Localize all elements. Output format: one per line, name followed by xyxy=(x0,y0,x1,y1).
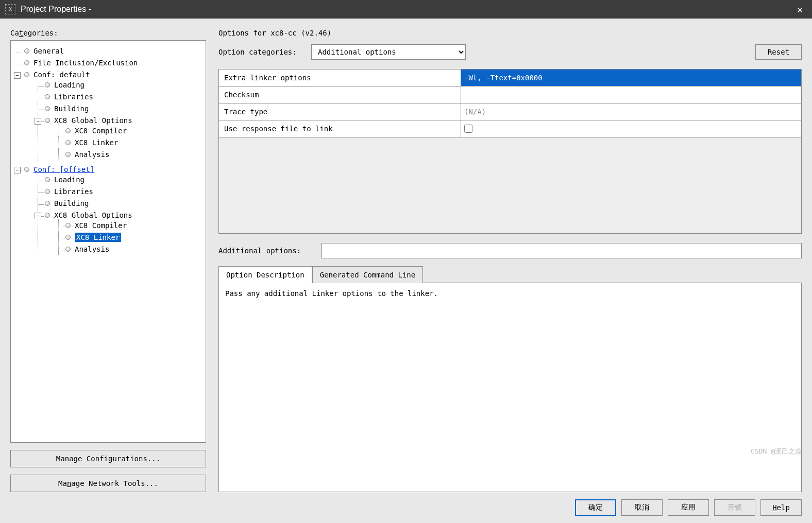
tree-item-libraries[interactable]: Libraries xyxy=(35,91,202,102)
options-table: Extra linker options Checksum Trace type… xyxy=(218,69,802,234)
tree-item-building-offset[interactable]: Building xyxy=(35,197,202,209)
dialog-footer: 确定 取消 应用 开锁 Help xyxy=(10,492,802,518)
tree-item-xc8-compiler[interactable]: XC8 Compiler xyxy=(55,125,202,136)
reset-button[interactable]: Reset xyxy=(755,44,802,60)
option-categories-label: Option categories: xyxy=(218,48,311,56)
option-categories-select[interactable]: Additional options xyxy=(311,44,466,60)
tree-item-conf-offset[interactable]: −Conf: [offset] Loading Libraries Buildi… xyxy=(14,163,202,258)
cancel-button[interactable]: 取消 xyxy=(621,499,663,516)
tree-item-loading[interactable]: Loading xyxy=(35,79,202,91)
collapse-icon[interactable]: − xyxy=(35,213,41,219)
tree-item-file-inclusion[interactable]: File Inclusion/Exclusion xyxy=(14,57,202,68)
tab-option-description[interactable]: Option Description xyxy=(218,266,312,283)
row-use-response-file[interactable]: Use response file to link xyxy=(219,120,801,137)
checksum-input[interactable] xyxy=(464,91,798,99)
tree-item-conf-default[interactable]: −Conf: default Loading Libraries Buildin… xyxy=(14,68,202,163)
row-extra-linker-options[interactable]: Extra linker options xyxy=(219,69,801,86)
use-response-file-checkbox[interactable] xyxy=(464,125,472,133)
unlock-button: 开锁 xyxy=(714,499,755,516)
tree-item-xc8-linker[interactable]: XC8 Linker xyxy=(55,136,202,148)
tree-item-loading-offset[interactable]: Loading xyxy=(35,173,202,185)
categories-label: Categories: xyxy=(10,29,206,37)
trace-type-value: (N/A) xyxy=(461,103,801,120)
tree-item-xc8-global[interactable]: −XC8 Global Options XC8 Compiler XC8 Lin… xyxy=(35,114,202,162)
additional-options-input[interactable] xyxy=(322,243,802,258)
collapse-icon[interactable]: − xyxy=(14,72,21,79)
row-trace-type[interactable]: Trace type (N/A) xyxy=(219,103,801,120)
ok-button[interactable]: 确定 xyxy=(575,499,616,516)
description-text: Pass any additional Linker options to th… xyxy=(218,283,802,492)
tree-item-analysis[interactable]: Analysis xyxy=(55,148,202,160)
tree-item-xc8-compiler-offset[interactable]: XC8 Compiler xyxy=(55,219,202,231)
help-button[interactable]: Help xyxy=(760,499,802,516)
tab-generated-command-line[interactable]: Generated Command Line xyxy=(312,266,423,283)
tree-item-building[interactable]: Building xyxy=(35,102,202,114)
options-title: Options for xc8-cc (v2.46) xyxy=(218,29,802,37)
collapse-icon[interactable]: − xyxy=(35,118,41,125)
tree-item-xc8-linker-offset-selected[interactable]: XC8 Linker xyxy=(55,231,202,243)
window-title: Project Properties - xyxy=(21,5,793,14)
apply-button[interactable]: 应用 xyxy=(668,499,709,516)
close-icon[interactable]: ✕ xyxy=(793,4,807,15)
collapse-icon[interactable]: − xyxy=(14,167,21,173)
titlebar: X Project Properties - ✕ xyxy=(0,0,812,19)
tree-item-analysis-offset[interactable]: Analysis xyxy=(55,243,202,255)
tree-item-libraries-offset[interactable]: Libraries xyxy=(35,185,202,197)
manage-configurations-button[interactable]: Manage Configurations... xyxy=(10,450,206,467)
row-checksum[interactable]: Checksum xyxy=(219,86,801,103)
tree-item-general[interactable]: General xyxy=(14,45,202,57)
extra-linker-options-input[interactable] xyxy=(464,74,798,82)
manage-network-tools-button[interactable]: Manage Network Tools... xyxy=(10,475,206,492)
additional-options-label: Additional options: xyxy=(218,247,322,255)
categories-tree[interactable]: General File Inclusion/Exclusion −Conf: … xyxy=(10,40,206,443)
app-icon: X xyxy=(5,4,15,14)
tree-item-xc8-global-offset[interactable]: −XC8 Global Options XC8 Compiler XC8 Lin… xyxy=(35,209,202,256)
